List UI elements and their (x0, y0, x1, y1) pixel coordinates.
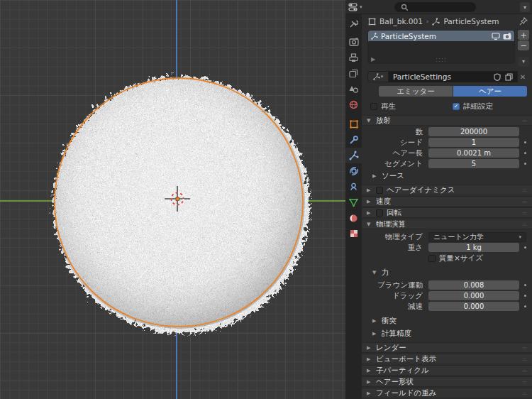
fake-user-shield-icon[interactable] (494, 73, 501, 81)
panel-grip-icon[interactable]: = (521, 209, 527, 217)
render-visibility-icon[interactable] (503, 33, 511, 40)
segments-field[interactable]: 5 (428, 159, 519, 168)
tab-render[interactable] (345, 34, 362, 50)
seed-field[interactable]: 1 (428, 138, 519, 147)
advanced-checkbox[interactable]: ✓ (453, 103, 460, 110)
tab-scene[interactable] (345, 81, 362, 97)
tab-modifiers[interactable] (345, 132, 362, 148)
unlink-close-icon[interactable]: ✕ (518, 73, 528, 81)
panel-grip-icon[interactable]: = (521, 356, 527, 363)
particle-system-list[interactable]: ParticleSystem ▶ :::: (367, 30, 515, 64)
properties-tab-strip (345, 14, 362, 399)
tab-tool[interactable] (345, 16, 362, 31)
breadcrumb-object-name[interactable]: Ball_bk.001 (379, 17, 423, 26)
search-input[interactable] (394, 2, 476, 12)
tab-object[interactable] (345, 116, 362, 132)
panel-emission-header[interactable]: ▼ 放射 = (362, 115, 532, 126)
panel-title: 子パーティクル (376, 366, 429, 376)
panel-physics-header[interactable]: ▼ 物理演算 = (362, 219, 532, 229)
remove-particle-system-button[interactable]: − (518, 40, 529, 50)
tab-particles-active[interactable] (345, 148, 362, 163)
drag-field[interactable]: 0.000 (428, 291, 519, 300)
panel-field-weights-header[interactable]: ▶ フィールドの重み = (362, 388, 532, 398)
damp-field[interactable]: 0.000 (428, 302, 519, 311)
tab-view-layer[interactable] (345, 65, 362, 81)
brownian-field[interactable]: 0.008 (428, 280, 519, 290)
panel-grip-icon[interactable]: = (521, 344, 527, 351)
panel-title: 計算精度 (382, 329, 411, 339)
panel-children-header[interactable]: ▶ 子パーティクル = (362, 365, 532, 376)
fuzzy-sphere-shading (52, 76, 305, 329)
subpanel-deflection-header[interactable]: ▶ 衝突 (362, 315, 532, 326)
chevron-down-icon: ▾ (519, 234, 521, 240)
duplicate-copy-icon[interactable] (505, 73, 513, 81)
tab-emitter[interactable]: エミッター (379, 86, 453, 97)
panel-title: 回転 (387, 208, 401, 218)
animate-dot-icon[interactable] (519, 295, 531, 297)
animate-dot-icon[interactable] (519, 246, 531, 248)
panel-rotation-header[interactable]: ▶ 回転 = (362, 207, 532, 218)
list-item-particle-system[interactable]: ParticleSystem (368, 31, 514, 41)
multiply-mass-size-label: 質量×サイズ (439, 253, 483, 263)
panel-grip-icon[interactable]: = (521, 117, 527, 124)
add-particle-system-button[interactable]: + (518, 30, 529, 40)
regrow-checkbox[interactable] (370, 103, 377, 110)
tab-output[interactable] (345, 50, 362, 65)
panel-title: ビューポート表示 (376, 354, 436, 364)
specials-menu-button[interactable]: ▾ (518, 57, 529, 67)
animate-dot-icon[interactable] (519, 141, 531, 143)
number-field[interactable]: 200000 (428, 127, 519, 136)
object-origin-dot (176, 197, 179, 201)
tab-world[interactable] (345, 97, 362, 112)
pin-icon[interactable] (519, 17, 528, 26)
search-icon (401, 4, 409, 11)
hair-length-field[interactable]: 0.0021 m (428, 148, 519, 158)
particle-properties-panel: Ball_bk.001 › ParticleSystem Pa (362, 14, 532, 399)
panel-viewport-display-header[interactable]: ▶ ビューポート表示 = (362, 354, 532, 364)
caret-right-icon: ▶ (367, 345, 372, 351)
tab-material[interactable] (345, 210, 362, 226)
rotation-checkbox[interactable] (376, 209, 383, 217)
panel-grip-icon[interactable]: = (521, 221, 527, 228)
panel-title: レンダー (376, 343, 406, 353)
panel-velocity-header[interactable]: ▶ 速度 = (362, 196, 532, 207)
caret-down-icon: ▼ (367, 118, 372, 124)
panel-render-header[interactable]: ▶ レンダー = (362, 342, 532, 353)
particle-settings-name-field[interactable]: ParticleSettings (389, 71, 518, 82)
multiply-mass-size-checkbox[interactable] (428, 255, 436, 262)
hair-options-row: 再生 ✓ 詳細設定 (370, 102, 528, 111)
viewport-visibility-icon[interactable] (492, 33, 500, 40)
panel-grip-icon[interactable]: = (521, 390, 527, 397)
animate-dot-icon[interactable] (519, 163, 531, 165)
animate-dot-icon[interactable] (519, 152, 531, 154)
panel-grip-icon[interactable]: = (521, 378, 527, 386)
animate-dot-icon[interactable] (519, 284, 531, 286)
hair-dynamics-checkbox[interactable] (376, 187, 383, 194)
panel-hair-shape-header[interactable]: ▶ ヘアー形状 = (362, 376, 532, 387)
tab-physics[interactable] (345, 163, 362, 179)
panel-grip-icon[interactable]: = (521, 198, 527, 205)
list-resize-grip-icon[interactable]: :::: (436, 56, 447, 63)
tab-object-data[interactable] (345, 195, 362, 210)
caret-right-icon: ▶ (367, 187, 372, 193)
panel-hair-dynamics-header[interactable]: ▶ ヘアーダイナミクス = (362, 185, 532, 195)
viewport-3d[interactable] (0, 0, 345, 399)
breadcrumb-particle-system[interactable]: ParticleSystem (443, 17, 499, 26)
panel-grip-icon[interactable]: = (521, 367, 527, 374)
animate-dot-icon[interactable] (519, 305, 531, 307)
tab-hair[interactable]: ヘアー (453, 86, 527, 97)
tab-constraints[interactable] (345, 179, 362, 195)
tab-texture[interactable] (345, 226, 362, 241)
breadcrumb: Ball_bk.001 › ParticleSystem (362, 14, 532, 28)
hair-ball-object[interactable] (0, 0, 345, 399)
subpanel-integration-header[interactable]: ▶ 計算精度 (362, 328, 532, 339)
subpanel-forces-header[interactable]: ▼ 力 (362, 267, 532, 278)
panel-grip-icon[interactable]: = (521, 187, 527, 194)
header-options-button[interactable]: ▾ (520, 2, 530, 12)
editor-type-button[interactable]: ▾ (348, 3, 362, 11)
physics-type-dropdown[interactable]: ニュートン力学 ▾ (428, 232, 526, 242)
subpanel-source-header[interactable]: ▶ ソース (362, 170, 532, 181)
mass-field[interactable]: 1 kg (428, 243, 519, 252)
field-label: シード (366, 138, 428, 148)
browse-particle-settings-button[interactable]: ▾ (367, 71, 389, 82)
